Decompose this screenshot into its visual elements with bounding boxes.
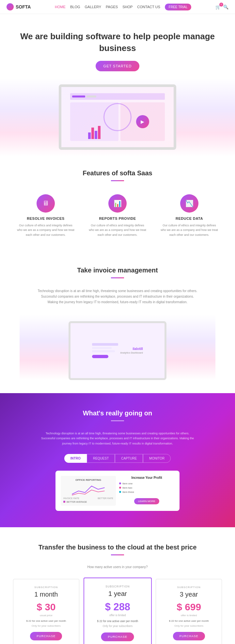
price-card-0: SUBSCRIPTION 1 month $ 30 usual price $ … bbox=[13, 579, 79, 644]
purchase-button-0[interactable]: PURCHASE bbox=[30, 632, 62, 640]
price-amount-0: $ 30 bbox=[19, 601, 74, 613]
dark-card-chart: OFFICE REPORTING INVOICE RATEBETTER RATE… bbox=[61, 476, 116, 506]
pricing-subtitle: How many active users in your company? bbox=[13, 565, 222, 569]
feature-desc-0: Our culture of ethics and integrity defi… bbox=[16, 223, 75, 237]
cart-badge: 0 bbox=[219, 3, 223, 7]
reports-provide-icon: 📊 bbox=[108, 194, 127, 213]
item-dot-1 bbox=[119, 487, 121, 489]
laptop-mockup: ▶ bbox=[59, 84, 176, 150]
features-grid: 🖥 RESOLVE INVOICES Our culture of ethics… bbox=[13, 191, 222, 240]
feature-title-2: REDUCE DATA bbox=[160, 217, 219, 220]
dark-card-item-2: Item three bbox=[119, 491, 174, 494]
tabs-row: INTRO REQUEST CAPTURE MONITOR bbox=[13, 454, 222, 463]
price-duration-0: 1 month bbox=[19, 591, 74, 598]
tablet-screen: ilalotill Analytics Dashboard bbox=[92, 343, 143, 358]
dark-card-info: Increase Your Profit Item one Item two I… bbox=[119, 476, 174, 506]
pricing-divider bbox=[111, 554, 124, 555]
logo[interactable]: SOFTA bbox=[7, 3, 31, 10]
tablet-mockup: ilalotill Analytics Dashboard bbox=[69, 321, 166, 380]
nav-home[interactable]: HOME bbox=[55, 5, 66, 9]
dark-divider bbox=[111, 420, 124, 421]
tab-intro[interactable]: INTRO bbox=[64, 454, 87, 463]
price-label-2: SUBSCRIPTION bbox=[161, 586, 216, 589]
search-icon[interactable]: 🔍 bbox=[223, 5, 228, 9]
price-note-2: offer is limited bbox=[161, 614, 216, 617]
price-detail-0: $ 22 for one active user per month bbox=[19, 619, 74, 622]
dark-card-title: Increase Your Profit bbox=[119, 476, 174, 479]
dark-card-item-0: Item one bbox=[119, 482, 174, 485]
logo-text: SOFTA bbox=[16, 4, 31, 9]
pricing-grid: SUBSCRIPTION 1 month $ 30 usual price $ … bbox=[13, 579, 222, 644]
features-divider bbox=[111, 180, 124, 181]
feature-desc-2: Our culture of ethics and integrity defi… bbox=[160, 223, 219, 237]
reduce-data-icon: 📉 bbox=[180, 194, 198, 213]
laptop-screen: ▶ bbox=[61, 87, 174, 147]
feature-item-0: 🖥 RESOLVE INVOICES Our culture of ethics… bbox=[13, 191, 78, 240]
price-card-2: SUBSCRIPTION 3 year $ 699 offer is limit… bbox=[156, 579, 222, 644]
hero-section: We are building software to help people … bbox=[0, 14, 235, 78]
invoice-divider bbox=[111, 277, 124, 278]
dark-title: What's really going on bbox=[13, 409, 222, 417]
nav-links: HOME BLOG GALLERY PAGES SHOP CONTACT US … bbox=[55, 4, 192, 10]
purchase-button-2[interactable]: PURCHASE bbox=[173, 632, 205, 640]
price-amount-2: $ 699 bbox=[161, 601, 216, 613]
pricing-section: Transfer the business to the cloud at th… bbox=[0, 527, 235, 644]
pricing-title: Transfer the business to the cloud at th… bbox=[13, 544, 222, 551]
free-trial-button[interactable]: FREE TRIAL bbox=[165, 4, 192, 10]
nav-pages[interactable]: PAGES bbox=[106, 5, 118, 9]
feature-desc-1: Our culture of ethics and integrity defi… bbox=[88, 223, 147, 237]
get-started-button[interactable]: GET STARTED bbox=[96, 61, 140, 71]
tab-monitor[interactable]: MONITOR bbox=[143, 454, 171, 463]
dark-card: OFFICE REPORTING INVOICE RATEBETTER RATE… bbox=[55, 471, 180, 511]
feature-title-0: RESOLVE INVOICES bbox=[16, 217, 75, 220]
dark-card-item-1: Item two bbox=[119, 486, 174, 489]
hero-image-wrap: ▶ bbox=[0, 78, 235, 156]
price-amount-1: $ 288 bbox=[89, 601, 146, 613]
price-sub-2: Only for year subscribers bbox=[161, 624, 216, 627]
price-duration-1: 1 year bbox=[89, 590, 146, 598]
feature-item-1: 📊 REPORTS PROVIDE Our culture of ethics … bbox=[85, 191, 150, 240]
item-dot-2 bbox=[119, 491, 121, 493]
features-title: Features of softa Saas bbox=[13, 169, 222, 177]
price-card-1: SUBSCRIPTION 1 year $ 288 offer is limit… bbox=[84, 578, 152, 644]
price-note-0: usual price bbox=[19, 614, 74, 617]
price-note-1: offer is limited bbox=[89, 614, 146, 617]
tab-request[interactable]: REQUEST bbox=[87, 454, 115, 463]
invoice-image: ilalotill Analytics Dashboard bbox=[20, 321, 215, 380]
price-label-1: SUBSCRIPTION bbox=[89, 585, 146, 588]
price-duration-2: 3 year bbox=[161, 591, 216, 598]
price-sub-0: Only for year subscribers bbox=[19, 624, 74, 627]
play-button[interactable]: ▶ bbox=[136, 115, 149, 128]
dark-desc: Technology disruption is at an all time … bbox=[39, 431, 196, 446]
nav-gallery[interactable]: GALLERY bbox=[85, 5, 102, 9]
tab-capture[interactable]: CAPTURE bbox=[115, 454, 143, 463]
purchase-button-1[interactable]: PURCHASE bbox=[101, 633, 134, 641]
item-dot-0 bbox=[119, 482, 121, 484]
price-sub-1: Only for year subscribers bbox=[89, 625, 146, 628]
nav-contact[interactable]: CONTACT US bbox=[137, 5, 160, 9]
dark-card-button[interactable]: LEARN MORE bbox=[134, 498, 159, 504]
feature-item-2: 📉 REDUCE DATA Our culture of ethics and … bbox=[157, 191, 222, 240]
nav-icons: 🛒 0 🔍 bbox=[215, 5, 228, 9]
navbar: SOFTA HOME BLOG GALLERY PAGES SHOP CONTA… bbox=[0, 0, 235, 14]
price-label-0: SUBSCRIPTION bbox=[19, 586, 74, 589]
resolve-invoices-icon: 🖥 bbox=[37, 194, 55, 213]
price-detail-1: $ 22 for one active user per month bbox=[89, 619, 146, 622]
features-section: Features of softa Saas 🖥 RESOLVE INVOICE… bbox=[0, 156, 235, 253]
cart-icon[interactable]: 🛒 0 bbox=[215, 5, 221, 9]
feature-title-1: REPORTS PROVIDE bbox=[88, 217, 147, 220]
price-detail-2: $ 22 for one active user per month bbox=[161, 619, 216, 622]
invoice-title: Take invoice management bbox=[20, 267, 215, 274]
hero-headline: We are building software to help people … bbox=[20, 30, 215, 54]
logo-icon bbox=[7, 3, 14, 10]
nav-shop[interactable]: SHOP bbox=[122, 5, 133, 9]
invoice-desc: Technology disruption is at an all time … bbox=[36, 288, 199, 305]
invoice-section: Take invoice management Technology disru… bbox=[0, 253, 235, 393]
dark-section: What's really going on Technology disrup… bbox=[0, 393, 235, 527]
nav-blog[interactable]: BLOG bbox=[70, 5, 80, 9]
